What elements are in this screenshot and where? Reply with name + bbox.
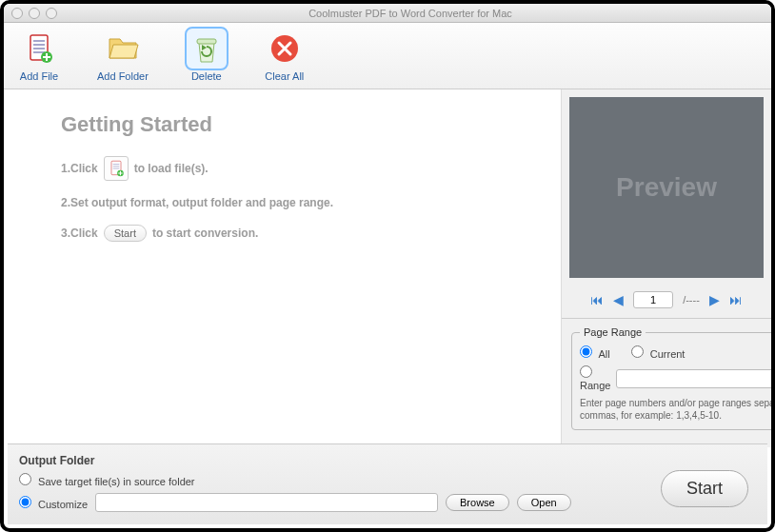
step1-post: to load file(s). bbox=[134, 162, 209, 175]
delete-icon bbox=[187, 29, 227, 69]
add-file-label: Add File bbox=[20, 70, 58, 82]
open-button[interactable]: Open bbox=[517, 494, 571, 511]
save-source-option[interactable]: Save target file(s) in source folder bbox=[19, 473, 195, 487]
page-total: /---- bbox=[683, 294, 700, 305]
delete-button[interactable]: Delete bbox=[187, 29, 227, 85]
add-file-mini-icon bbox=[104, 156, 129, 181]
step-2: 2.Set output format, output folder and p… bbox=[61, 196, 546, 209]
step3-post: to start conversion. bbox=[152, 227, 258, 240]
getting-started-panel: Getting Started 1.Click to load file(s).… bbox=[4, 89, 562, 447]
svg-rect-6 bbox=[197, 39, 216, 44]
step1-pre: 1.Click bbox=[61, 162, 98, 175]
close-window-icon[interactable] bbox=[11, 8, 23, 19]
next-page-icon[interactable]: ▶ bbox=[709, 292, 720, 307]
window-title: Coolmuster PDF to Word Converter for Mac bbox=[57, 8, 764, 19]
minimize-window-icon[interactable] bbox=[29, 8, 40, 19]
start-button[interactable]: Start bbox=[661, 470, 748, 507]
body: Getting Started 1.Click to load file(s).… bbox=[4, 89, 771, 447]
page-input[interactable] bbox=[633, 291, 673, 308]
first-page-icon[interactable]: ⏮ bbox=[590, 292, 604, 307]
titlebar: Coolmuster PDF to Word Converter for Mac bbox=[4, 4, 771, 23]
step-3: 3.Click Start to start conversion. bbox=[61, 225, 546, 242]
page-nav: ⏮ ◀ /---- ▶ ⏭ bbox=[562, 286, 771, 319]
app-window: Coolmuster PDF to Word Converter for Mac… bbox=[0, 0, 775, 532]
range-input[interactable] bbox=[616, 369, 775, 388]
toolbar: Add File Add Folder Delete Clear All bbox=[4, 23, 771, 89]
traffic-lights bbox=[11, 8, 57, 19]
add-folder-button[interactable]: Add Folder bbox=[97, 29, 149, 85]
customize-option[interactable]: Customize bbox=[19, 496, 88, 510]
preview-label: Preview bbox=[616, 172, 717, 203]
page-range-legend: Page Range bbox=[580, 326, 646, 338]
range-current-option[interactable]: Current bbox=[631, 345, 686, 360]
add-file-icon bbox=[19, 29, 59, 69]
getting-started-heading: Getting Started bbox=[61, 112, 546, 137]
range-hint: Enter page numbers and/or page ranges se… bbox=[580, 397, 775, 422]
add-folder-icon bbox=[103, 29, 143, 69]
clear-all-icon bbox=[265, 29, 305, 69]
last-page-icon[interactable]: ⏭ bbox=[729, 292, 743, 307]
prev-page-icon[interactable]: ◀ bbox=[613, 292, 624, 307]
preview-pane: Preview bbox=[569, 97, 764, 278]
clear-all-label: Clear All bbox=[265, 70, 304, 82]
step-1: 1.Click to load file(s). bbox=[61, 156, 546, 181]
start-mini-button: Start bbox=[104, 225, 147, 242]
right-panel: Preview ⏮ ◀ /---- ▶ ⏭ Page Range All Cur… bbox=[562, 89, 771, 447]
step2-text: 2.Set output format, output folder and p… bbox=[61, 196, 333, 209]
footer: Output Folder Save target file(s) in sou… bbox=[8, 443, 767, 524]
clear-all-button[interactable]: Clear All bbox=[265, 29, 305, 85]
browse-button[interactable]: Browse bbox=[446, 494, 509, 511]
output-folder-label: Output Folder bbox=[19, 454, 756, 467]
step3-pre: 3.Click bbox=[61, 227, 98, 240]
output-path-input[interactable] bbox=[95, 493, 438, 512]
add-file-button[interactable]: Add File bbox=[19, 29, 59, 85]
delete-label: Delete bbox=[191, 70, 222, 82]
zoom-window-icon[interactable] bbox=[46, 8, 57, 19]
page-range-group: Page Range All Current Range O Enter pag… bbox=[562, 319, 771, 438]
range-custom-option[interactable]: Range bbox=[580, 365, 610, 391]
add-folder-label: Add Folder bbox=[97, 70, 149, 82]
range-all-option[interactable]: All bbox=[580, 345, 610, 360]
